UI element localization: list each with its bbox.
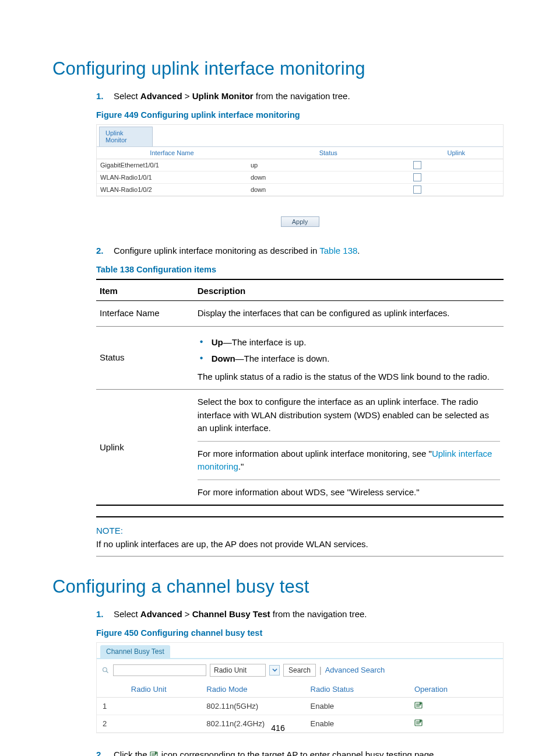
uplink-step-1: 1. Select Advanced > Uplink Monitor from… [96,90,504,102]
radio-unit-select[interactable]: Radio Unit [210,664,266,677]
radio-col-operation: Operation [409,682,503,698]
uplink-row: WLAN-Radio1/0/1 down [97,172,503,184]
operation-icon [150,750,159,756]
channel-busy-test-tab[interactable]: Channel Busy Test [100,645,170,658]
table-138: Item Description Interface Name Display … [96,279,504,506]
radio-col-mode: Radio Mode [200,682,304,698]
heading-uplink: Configuring uplink interface monitoring [52,58,504,79]
uplink-col-uplink: Uplink [410,147,503,159]
figure-450: Channel Busy Test Radio Unit Search | Ad… [96,642,504,733]
uplink-col-interface: Interface Name [97,147,247,159]
svg-point-0 [103,667,107,671]
uplink-step-2: 2. Configure uplink interface monitoring… [96,244,504,257]
table-row: Interface Name Display the interfaces th… [96,301,504,327]
advanced-search-link[interactable]: Advanced Search [325,666,385,674]
uplink-monitor-tab[interactable]: Uplink Monitor [99,127,153,146]
search-input[interactable] [113,664,206,676]
svg-line-1 [107,671,108,673]
uplink-checkbox[interactable] [413,186,421,194]
uplink-checkbox[interactable] [413,173,421,181]
radio-col-status: Radio Status [305,682,409,698]
apply-button[interactable]: Apply [281,216,319,227]
uplink-row: GigabitEthernet1/0/1 up [97,159,503,172]
tbl138-col-item: Item [96,279,194,301]
tbl138-col-desc: Description [194,279,504,301]
note-label: NOTE: [96,526,504,536]
note-body: If no uplink interfaces are up, the AP d… [96,538,504,551]
uplink-col-status: Status [247,147,410,159]
radio-col-unit: Radio Unit [97,682,200,698]
table-138-link[interactable]: Table 138 [319,246,357,256]
operation-icon[interactable] [414,701,424,709]
page-number: 416 [0,723,556,733]
heading-channel: Configuring a channel busy test [52,576,504,597]
channel-step-1: 1. Select Advanced > Channel Busy Test f… [96,608,504,620]
search-icon [101,666,110,674]
figure-449-caption: Figure 449 Configuring uplink interface … [96,110,504,120]
uplink-checkbox[interactable] [413,161,421,169]
table-row: Uplink Select the box to configure the i… [96,390,504,506]
uplink-table: Interface Name Status Uplink GigabitEthe… [97,147,503,196]
radio-row: 1 802.11n(5GHz) Enable [97,697,503,715]
uplink-row: WLAN-Radio1/0/2 down [97,184,503,196]
table-row: Status Up—The interface is up. Down—The … [96,326,504,390]
chevron-down-icon[interactable] [269,665,280,676]
figure-450-caption: Figure 450 Configuring channel busy test [96,628,504,638]
table-138-caption: Table 138 Configuration items [96,265,504,274]
search-button[interactable]: Search [283,664,316,677]
figure-449: Uplink Monitor Interface Name Status Upl… [96,124,504,197]
channel-step-2: 2. Click the icon corresponding to the t… [96,748,504,756]
